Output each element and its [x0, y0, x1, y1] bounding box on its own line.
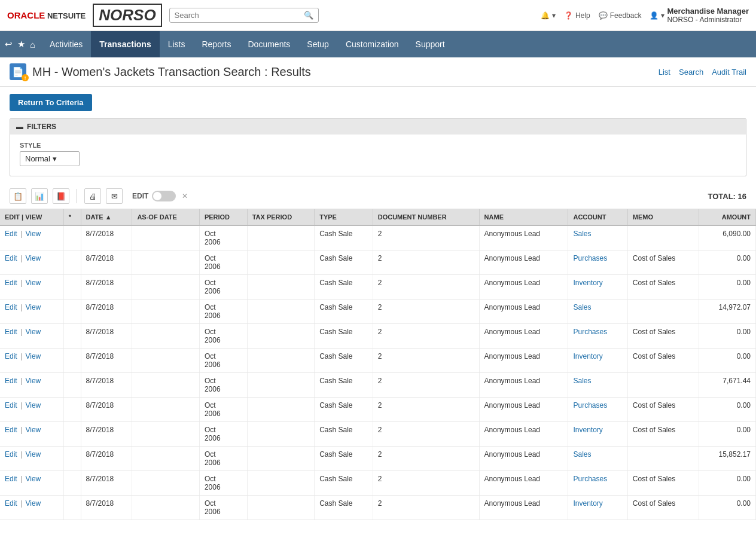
nav-item-lists[interactable]: Lists: [160, 31, 194, 57]
col-type[interactable]: TYPE: [315, 209, 373, 225]
cell-star: [63, 349, 81, 373]
account-link[interactable]: Inventory: [573, 426, 602, 434]
cell-edit-view: Edit | View: [0, 300, 63, 324]
nav-item-reports[interactable]: Reports: [193, 31, 239, 57]
cell-doc-number: 2: [373, 447, 479, 471]
cell-star: [63, 422, 81, 447]
edit-link[interactable]: Edit: [5, 328, 17, 336]
col-name[interactable]: NAME: [479, 209, 568, 225]
account-link[interactable]: Purchases: [573, 401, 607, 410]
col-as-of-date[interactable]: AS-OF DATE: [132, 209, 199, 225]
cell-memo: [627, 225, 699, 250]
account-link[interactable]: Purchases: [573, 254, 607, 262]
page-icon: 📄 !: [10, 63, 26, 80]
page-header: 📄 ! MH - Women's Jackets Transaction Sea…: [0, 57, 756, 87]
account-link[interactable]: Inventory: [573, 352, 602, 360]
cell-as-of-date: [132, 275, 199, 300]
account-link[interactable]: Sales: [573, 230, 591, 238]
print-icon[interactable]: 🖨: [84, 188, 101, 204]
col-period[interactable]: PERIOD: [199, 209, 247, 225]
cell-memo: Cost of Sales: [627, 324, 699, 349]
edit-toggle-button[interactable]: [152, 191, 176, 201]
edit-link[interactable]: Edit: [5, 377, 17, 385]
export-pdf-icon[interactable]: 📕: [53, 188, 69, 204]
edit-link[interactable]: Edit: [5, 475, 17, 483]
cell-amount: 0.00: [699, 275, 755, 300]
filters-header[interactable]: ▬ FILTERS: [10, 119, 746, 135]
edit-link[interactable]: Edit: [5, 499, 17, 508]
search-box[interactable]: 🔍: [169, 8, 319, 23]
view-link[interactable]: View: [25, 450, 41, 459]
edit-link[interactable]: Edit: [5, 352, 17, 360]
cell-memo: Cost of Sales: [627, 349, 699, 373]
nav-item-support[interactable]: Support: [407, 31, 453, 57]
col-doc-number[interactable]: DOCUMENT NUMBER: [373, 209, 479, 225]
search-link[interactable]: Search: [679, 68, 703, 77]
export-csv-icon[interactable]: 📊: [31, 188, 48, 204]
nav-item-customization[interactable]: Customization: [337, 31, 407, 57]
view-link[interactable]: View: [25, 352, 41, 360]
table-row: Edit | View8/7/2018Oct 2006Cash Sale2Ano…: [0, 275, 756, 300]
style-filter-select[interactable]: Normal ▾: [20, 151, 80, 166]
view-link[interactable]: View: [25, 377, 41, 385]
search-icon[interactable]: 🔍: [304, 11, 313, 20]
view-link[interactable]: View: [25, 279, 41, 287]
col-account[interactable]: ACCOUNT: [568, 209, 627, 225]
view-link[interactable]: View: [25, 328, 41, 336]
cell-type: Cash Sale: [315, 225, 373, 250]
cell-star: [63, 300, 81, 324]
nav-item-setup[interactable]: Setup: [298, 31, 337, 57]
view-link[interactable]: View: [25, 426, 41, 434]
help-icon-group[interactable]: ❓ Help: [564, 11, 590, 20]
col-memo[interactable]: MEMO: [627, 209, 699, 225]
cell-name: Anonymous Lead: [479, 373, 568, 398]
history-icon[interactable]: ↩: [5, 39, 13, 50]
edit-link[interactable]: Edit: [5, 401, 17, 410]
account-link[interactable]: Sales: [573, 303, 591, 311]
edit-link[interactable]: Edit: [5, 303, 17, 311]
new-document-icon[interactable]: 📋: [10, 188, 26, 204]
cell-as-of-date: [132, 398, 199, 422]
account-link[interactable]: Inventory: [573, 499, 602, 508]
account-link[interactable]: Sales: [573, 377, 591, 385]
account-link[interactable]: Purchases: [573, 328, 607, 336]
col-tax-period[interactable]: TAX PERIOD: [247, 209, 314, 225]
audit-trail-link[interactable]: Audit Trail: [712, 68, 746, 77]
nav-bar: ↩ ★ ⌂ Activities Transactions Lists Repo…: [0, 31, 756, 57]
view-link[interactable]: View: [25, 254, 41, 262]
col-date[interactable]: DATE ▲: [81, 209, 132, 225]
feedback-label: Feedback: [610, 11, 642, 20]
nav-item-documents[interactable]: Documents: [240, 31, 299, 57]
list-link[interactable]: List: [659, 68, 670, 77]
edit-link[interactable]: Edit: [5, 450, 17, 459]
search-input[interactable]: [175, 11, 300, 20]
edit-link[interactable]: Edit: [5, 279, 17, 287]
home-icon[interactable]: ⌂: [30, 39, 35, 50]
view-link[interactable]: View: [25, 499, 41, 508]
notifications-icon[interactable]: 🔔 ▾: [541, 11, 556, 20]
view-link[interactable]: View: [25, 401, 41, 410]
user-icon-group[interactable]: 👤 ▾ Merchandise Manager NORSO - Administ…: [650, 7, 749, 24]
cell-doc-number: 2: [373, 398, 479, 422]
account-link[interactable]: Inventory: [573, 279, 602, 287]
email-icon[interactable]: ✉: [106, 188, 123, 204]
view-link[interactable]: View: [25, 475, 41, 483]
star-icon[interactable]: ★: [17, 39, 25, 50]
nav-item-transactions[interactable]: Transactions: [91, 31, 159, 57]
account-link[interactable]: Purchases: [573, 475, 607, 483]
edit-link[interactable]: Edit: [5, 426, 17, 434]
col-amount[interactable]: AMOUNT: [699, 209, 755, 225]
cell-star: [63, 496, 81, 520]
view-link[interactable]: View: [25, 303, 41, 311]
cell-date: 8/7/2018: [81, 447, 132, 471]
view-link[interactable]: View: [25, 230, 41, 238]
nav-item-activities[interactable]: Activities: [41, 31, 91, 57]
edit-toggle-close[interactable]: ✕: [182, 192, 188, 200]
return-to-criteria-button[interactable]: Return To Criteria: [10, 94, 92, 111]
cell-tax-period: [247, 496, 314, 520]
feedback-icon-group[interactable]: 💬 Feedback: [599, 11, 642, 20]
cell-date: 8/7/2018: [81, 324, 132, 349]
account-link[interactable]: Sales: [573, 450, 591, 459]
edit-link[interactable]: Edit: [5, 254, 17, 262]
edit-link[interactable]: Edit: [5, 230, 17, 238]
